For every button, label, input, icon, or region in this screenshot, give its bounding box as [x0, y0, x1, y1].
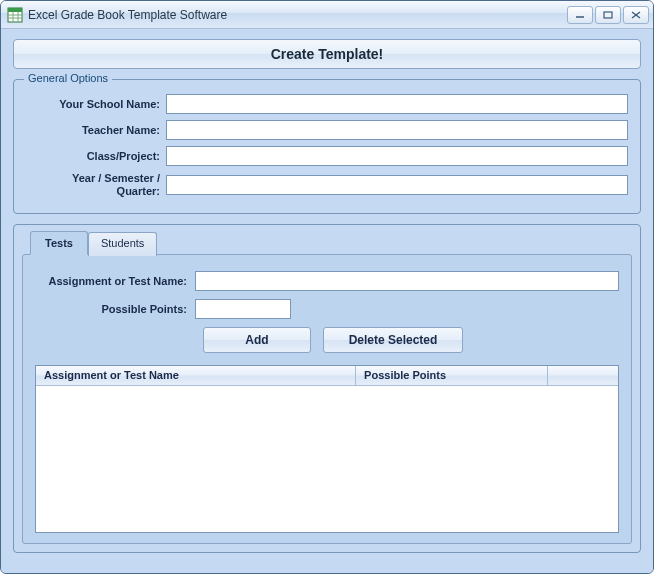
minimize-button[interactable] — [567, 6, 593, 24]
titlebar: Excel Grade Book Template Software — [1, 1, 653, 29]
teacher-name-label: Teacher Name: — [26, 124, 166, 137]
general-options-fieldset: General Options Your School Name: Teache… — [13, 79, 641, 214]
column-possible-points[interactable]: Possible Points — [356, 366, 548, 385]
app-icon — [7, 7, 23, 23]
app-window: Excel Grade Book Template Software Creat… — [0, 0, 654, 574]
maximize-button[interactable] — [595, 6, 621, 24]
school-name-label: Your School Name: — [26, 98, 166, 111]
tests-tab-panel: Assignment or Test Name: Possible Points… — [22, 254, 632, 544]
tab-students[interactable]: Students — [88, 232, 157, 256]
add-button[interactable]: Add — [203, 327, 311, 353]
close-button[interactable] — [623, 6, 649, 24]
tabs-container: Tests Students Assignment or Test Name: … — [13, 224, 641, 553]
listview-body[interactable] — [36, 386, 618, 532]
svg-rect-7 — [604, 12, 612, 18]
assignment-name-label: Assignment or Test Name: — [35, 275, 195, 287]
tab-tests[interactable]: Tests — [30, 231, 88, 255]
year-semester-input[interactable] — [166, 175, 628, 195]
class-project-input[interactable] — [166, 146, 628, 166]
content-area: Create Template! General Options Your Sc… — [1, 29, 653, 573]
possible-points-input[interactable] — [195, 299, 291, 319]
column-spacer — [548, 366, 618, 385]
assignment-name-input[interactable] — [195, 271, 619, 291]
window-title: Excel Grade Book Template Software — [28, 8, 565, 22]
delete-selected-button[interactable]: Delete Selected — [323, 327, 463, 353]
tab-strip: Tests Students — [14, 225, 640, 255]
possible-points-label: Possible Points: — [35, 303, 195, 315]
assignments-listview[interactable]: Assignment or Test Name Possible Points — [35, 365, 619, 533]
teacher-name-input[interactable] — [166, 120, 628, 140]
create-template-button[interactable]: Create Template! — [13, 39, 641, 69]
year-semester-label: Year / Semester / Quarter: — [26, 172, 166, 197]
school-name-input[interactable] — [166, 94, 628, 114]
general-options-legend: General Options — [24, 72, 112, 84]
listview-header: Assignment or Test Name Possible Points — [36, 366, 618, 386]
column-assignment-name[interactable]: Assignment or Test Name — [36, 366, 356, 385]
class-project-label: Class/Project: — [26, 150, 166, 163]
svg-rect-1 — [8, 8, 22, 12]
